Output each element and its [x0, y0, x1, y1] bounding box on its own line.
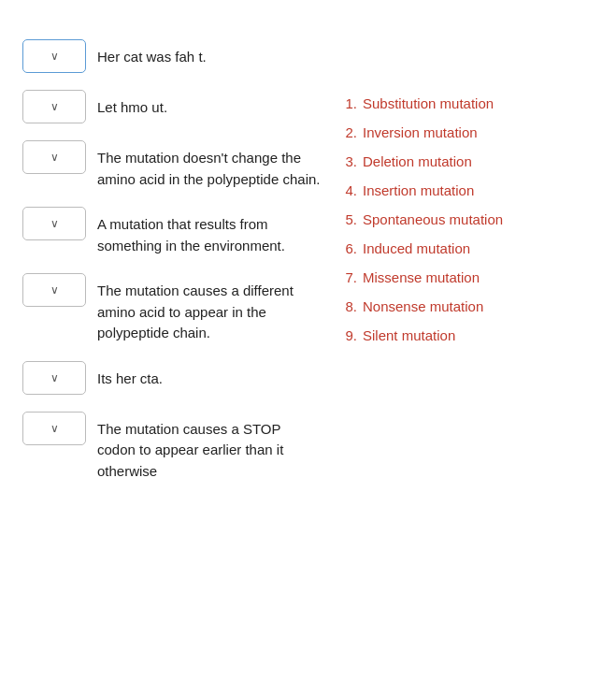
chevron-down-icon: ∨: [50, 151, 59, 164]
dropdown-7[interactable]: ∨: [22, 412, 86, 445]
question-row-2: ∨Let hmo ut.: [22, 90, 322, 123]
question-text-5: The mutation causes a different amino ac…: [97, 273, 322, 344]
answer-item-1: 1.Substitution mutation: [340, 95, 594, 111]
answer-item-6: 6.Induced mutation: [340, 240, 594, 256]
answer-number-1: 1.: [340, 95, 357, 111]
answer-label-4: Insertion mutation: [363, 182, 474, 198]
answer-label-7: Missense mutation: [363, 269, 480, 285]
dropdown-3[interactable]: ∨: [22, 140, 86, 174]
answer-item-3: 3.Deletion mutation: [340, 153, 594, 169]
answer-item-9: 9.Silent mutation: [340, 327, 594, 343]
question-text-6: Its her cta.: [97, 361, 322, 390]
answer-number-3: 3.: [340, 153, 357, 169]
chevron-down-icon: ∨: [50, 100, 59, 113]
answer-label-9: Silent mutation: [363, 327, 455, 343]
question-text-3: The mutation doesn't change the amino ac…: [97, 140, 322, 190]
answer-label-1: Substitution mutation: [363, 95, 494, 111]
dropdown-6[interactable]: ∨: [22, 361, 86, 395]
answer-item-5: 5.Spontaneous mutation: [340, 211, 594, 227]
question-row-1: ∨Her cat was fah t.: [22, 39, 322, 73]
question-row-7: ∨The mutation causes a STOP codon to app…: [22, 412, 322, 483]
answer-number-7: 7.: [340, 269, 357, 285]
dropdown-1[interactable]: ∨: [22, 39, 86, 73]
chevron-down-icon: ∨: [50, 217, 59, 230]
answer-item-7: 7.Missense mutation: [340, 269, 594, 285]
questions-column: ∨Her cat was fah t.∨Let hmo ut.∨The muta…: [22, 39, 322, 482]
question-row-5: ∨The mutation causes a different amino a…: [22, 273, 322, 344]
answer-number-5: 5.: [340, 211, 357, 227]
dropdown-4[interactable]: ∨: [22, 207, 86, 240]
answer-item-2: 2.Inversion mutation: [340, 124, 594, 140]
question-row-3: ∨The mutation doesn't change the amino a…: [22, 140, 322, 190]
answer-number-8: 8.: [340, 298, 357, 314]
answer-number-4: 4.: [340, 182, 357, 198]
question-text-7: The mutation causes a STOP codon to appe…: [97, 412, 322, 483]
question-text-4: A mutation that results from something i…: [97, 207, 322, 256]
answer-label-5: Spontaneous mutation: [363, 211, 503, 227]
question-text-1: Her cat was fah t.: [97, 39, 322, 68]
answer-label-3: Deletion mutation: [363, 153, 472, 169]
answer-number-9: 9.: [340, 327, 357, 343]
main-layout: ∨Her cat was fah t.∨Let hmo ut.∨The muta…: [22, 39, 594, 482]
chevron-down-icon: ∨: [50, 422, 59, 435]
answer-list: 1.Substitution mutation2.Inversion mutat…: [340, 95, 594, 343]
question-row-4: ∨A mutation that results from something …: [22, 207, 322, 256]
answer-label-2: Inversion mutation: [363, 124, 478, 140]
question-row-6: ∨Its her cta.: [22, 361, 322, 395]
chevron-down-icon: ∨: [50, 371, 59, 384]
question-text-2: Let hmo ut.: [97, 90, 322, 119]
answers-column: 1.Substitution mutation2.Inversion mutat…: [322, 39, 594, 482]
chevron-down-icon: ∨: [50, 50, 59, 63]
answer-label-8: Nonsense mutation: [363, 298, 483, 314]
dropdown-5[interactable]: ∨: [22, 273, 86, 307]
answer-item-4: 4.Insertion mutation: [340, 182, 594, 198]
answer-number-6: 6.: [340, 240, 357, 256]
chevron-down-icon: ∨: [50, 283, 59, 297]
answer-item-8: 8.Nonsense mutation: [340, 298, 594, 314]
dropdown-2[interactable]: ∨: [22, 90, 86, 123]
answer-label-6: Induced mutation: [363, 240, 470, 256]
answer-number-2: 2.: [340, 124, 357, 140]
